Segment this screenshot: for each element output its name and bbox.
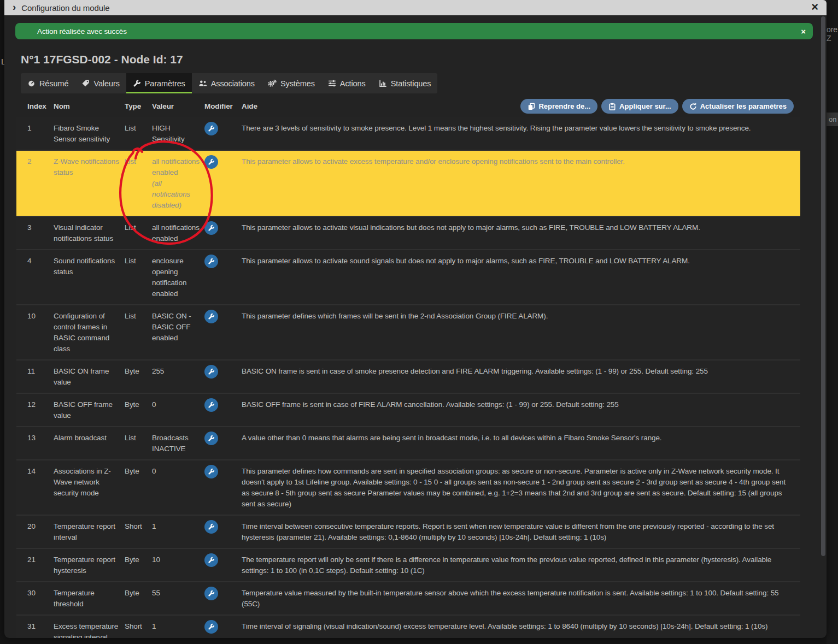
button-label: Actualiser les paramètres bbox=[700, 102, 787, 110]
param-help: BASIC ON frame is sent in case of smoke … bbox=[242, 366, 800, 388]
parameter-row: 20 Temperature report interval Short 1 T… bbox=[16, 515, 800, 548]
module-tabs: Résumé Valeurs Paramètres Associations S… bbox=[21, 73, 437, 93]
gauge-icon bbox=[27, 79, 36, 87]
appliquer-sur-button[interactable]: Appliquer sur... bbox=[601, 99, 678, 114]
reprendre-de-button[interactable]: Reprendre de... bbox=[520, 99, 597, 114]
param-value: HIGH Sensitivity bbox=[152, 124, 185, 143]
param-value: enclosure opening notification enabled bbox=[152, 257, 186, 298]
edit-parameter-button[interactable] bbox=[204, 255, 218, 268]
tab-parametres[interactable]: Paramètres bbox=[126, 73, 192, 93]
tab-actions[interactable]: Actions bbox=[321, 73, 372, 93]
wrench-icon bbox=[208, 623, 215, 630]
param-type: Byte bbox=[125, 588, 152, 610]
refresh-icon bbox=[689, 103, 697, 110]
param-modify-cell bbox=[204, 466, 242, 510]
param-modify-cell bbox=[204, 311, 242, 355]
tab-associations[interactable]: Associations bbox=[192, 73, 261, 93]
edit-parameter-button[interactable] bbox=[204, 520, 218, 534]
param-help: A value other than 0 means that alarms a… bbox=[242, 433, 800, 454]
param-help: Time interval between consecutive temper… bbox=[242, 521, 800, 543]
edit-parameter-button[interactable] bbox=[204, 122, 218, 135]
chevron-right-icon: › bbox=[13, 2, 16, 12]
parameter-row: 2 Z-Wave notifications status List all n… bbox=[16, 150, 800, 216]
wrench-icon bbox=[208, 468, 215, 475]
param-index: 30 bbox=[27, 588, 54, 610]
param-index: 10 bbox=[27, 311, 54, 355]
param-value-cell: 255 bbox=[152, 366, 204, 388]
background-panel bbox=[827, 0, 838, 644]
param-type: Short bbox=[125, 621, 152, 638]
param-type: Short bbox=[125, 521, 152, 543]
tab-systemes[interactable]: Systèmes bbox=[261, 73, 321, 93]
edit-parameter-button[interactable] bbox=[204, 620, 218, 634]
param-name: Z-Wave notifications status bbox=[54, 156, 125, 211]
param-type: List bbox=[125, 222, 152, 244]
wrench-icon bbox=[208, 125, 215, 132]
edit-parameter-button[interactable] bbox=[204, 465, 218, 478]
param-value: 0 bbox=[152, 467, 156, 475]
copy-icon bbox=[528, 103, 535, 110]
edit-parameter-button[interactable] bbox=[204, 221, 218, 235]
param-value: 1 bbox=[152, 622, 156, 630]
parameter-row: 30 Temperature threshold Byte 55 Tempera… bbox=[16, 581, 800, 615]
param-index: 2 bbox=[27, 156, 54, 211]
param-value-cell: all notifications enabled bbox=[152, 222, 204, 244]
parameter-row: 13 Alarm broadcast List Broadcasts INACT… bbox=[16, 426, 800, 459]
tab-label: Actions bbox=[340, 79, 366, 88]
tab-label: Paramètres bbox=[145, 79, 185, 88]
param-index: 31 bbox=[27, 621, 54, 638]
param-name: Visual indicator notifications status bbox=[54, 222, 125, 244]
success-banner: Action réalisée avec succès × bbox=[15, 23, 813, 39]
tab-resume[interactable]: Résumé bbox=[21, 73, 75, 93]
header-valeur: Valeur bbox=[152, 102, 204, 110]
param-type: Byte bbox=[125, 399, 152, 421]
edit-parameter-button[interactable] bbox=[204, 432, 218, 445]
edit-parameter-button[interactable] bbox=[204, 310, 218, 323]
param-modify-cell bbox=[204, 521, 242, 543]
edit-parameter-button[interactable] bbox=[204, 398, 218, 412]
edit-parameter-button[interactable] bbox=[204, 155, 218, 169]
param-name: Associations in Z-Wave network security … bbox=[54, 466, 125, 510]
param-type: Byte bbox=[125, 466, 152, 510]
wrench-icon bbox=[208, 435, 215, 442]
tab-label: Statistiques bbox=[391, 79, 431, 88]
param-value: 255 bbox=[152, 367, 164, 375]
param-name: Temperature report interval bbox=[54, 521, 125, 543]
banner-dismiss-icon[interactable]: × bbox=[801, 27, 806, 36]
param-name: Sound notifications status bbox=[54, 256, 125, 299]
tab-valeurs[interactable]: Valeurs bbox=[75, 73, 126, 93]
edit-parameter-button[interactable] bbox=[204, 587, 218, 600]
tab-label: Valeurs bbox=[93, 79, 119, 88]
param-modify-cell bbox=[204, 256, 242, 299]
param-value: all notifications enabled bbox=[152, 223, 200, 243]
parameter-row: 21 Temperature report hysteresis Byte 10… bbox=[16, 548, 800, 581]
param-name: Temperature threshold bbox=[54, 588, 125, 610]
wrench-icon bbox=[133, 79, 141, 87]
param-help: Time interval of signaling (visual indic… bbox=[242, 621, 800, 638]
wrench-icon bbox=[208, 590, 215, 597]
wrench-icon bbox=[208, 224, 215, 232]
edit-parameter-button[interactable] bbox=[204, 553, 218, 567]
parameter-row: 4 Sound notifications status List enclos… bbox=[16, 249, 800, 304]
modal-scrollbar[interactable] bbox=[821, 16, 825, 556]
param-modify-cell bbox=[204, 621, 242, 638]
param-index: 4 bbox=[27, 256, 54, 299]
param-value-cell: enclosure opening notification enabled bbox=[152, 256, 204, 299]
actualiser-parametres-button[interactable]: Actualiser les paramètres bbox=[682, 99, 794, 114]
param-index: 12 bbox=[27, 399, 54, 421]
param-help: This parameter allows to activate sound … bbox=[242, 256, 800, 299]
close-icon[interactable]: × bbox=[811, 1, 818, 13]
wrench-icon bbox=[208, 401, 215, 409]
param-value-cell: HIGH Sensitivity bbox=[152, 123, 204, 145]
header-nom: Nom bbox=[54, 102, 125, 110]
param-index: 11 bbox=[27, 366, 54, 388]
wrench-icon bbox=[208, 313, 215, 320]
param-index: 1 bbox=[27, 123, 54, 145]
wrench-icon bbox=[208, 258, 215, 265]
param-value-cell: 1 bbox=[152, 621, 204, 638]
param-modify-cell bbox=[204, 156, 242, 211]
edit-parameter-button[interactable] bbox=[204, 365, 218, 379]
tab-statistiques[interactable]: Statistiques bbox=[372, 73, 438, 93]
param-modify-cell bbox=[204, 366, 242, 388]
param-name: Alarm broadcast bbox=[54, 433, 125, 454]
